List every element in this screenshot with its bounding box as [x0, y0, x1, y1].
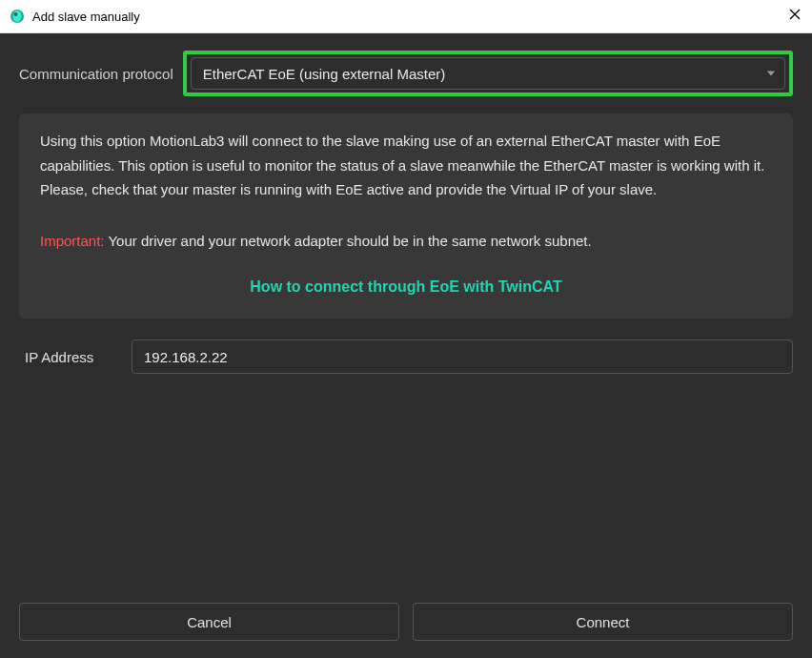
ip-input[interactable] [132, 339, 793, 374]
svg-point-1 [13, 10, 22, 22]
connect-button-label: Connect [577, 614, 630, 630]
titlebar: Add slave manually [0, 0, 812, 33]
ip-label: IP Address [19, 349, 132, 365]
window-title: Add slave manually [32, 10, 140, 24]
important-label: Important: [40, 233, 105, 249]
help-link[interactable]: How to connect through EoE with TwinCAT [40, 274, 772, 299]
info-text: Using this option MotionLab3 will connec… [40, 129, 772, 202]
cancel-button[interactable]: Cancel [19, 603, 399, 641]
app-icon [10, 9, 25, 24]
protocol-label: Communication protocol [19, 66, 173, 82]
connect-button[interactable]: Connect [413, 603, 793, 641]
protocol-select[interactable]: EtherCAT EoE (using external Master) [191, 57, 785, 90]
protocol-select-value: EtherCAT EoE (using external Master) [203, 66, 446, 82]
close-icon[interactable] [789, 8, 801, 23]
ip-row: IP Address [19, 339, 793, 374]
svg-point-2 [14, 12, 18, 16]
cancel-button-label: Cancel [187, 614, 232, 630]
info-panel: Using this option MotionLab3 will connec… [19, 113, 793, 319]
protocol-select-highlight: EtherCAT EoE (using external Master) [183, 51, 793, 96]
important-row: Important: Your driver and your network … [40, 229, 772, 254]
button-row: Cancel Connect [19, 603, 793, 641]
dialog-content: Communication protocol EtherCAT EoE (usi… [0, 33, 812, 393]
important-text: Your driver and your network adapter sho… [105, 233, 592, 249]
protocol-row: Communication protocol EtherCAT EoE (usi… [19, 51, 793, 96]
